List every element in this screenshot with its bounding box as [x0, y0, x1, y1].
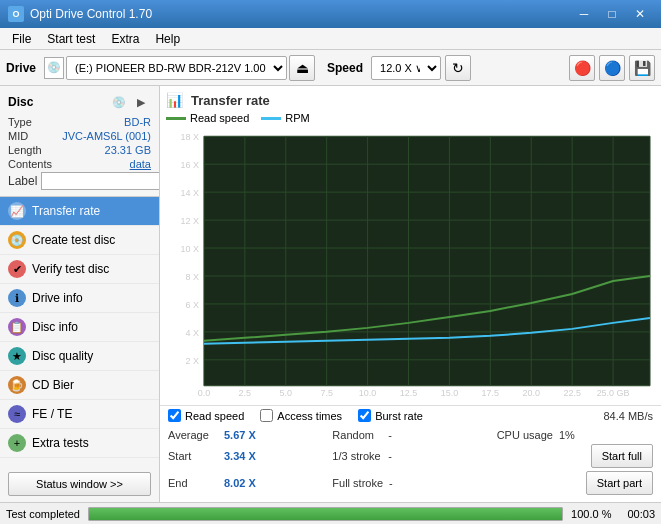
sidebar: Disc 💿 ▶ Type BD-R MID JVC-AMS6L (001) L… — [0, 86, 160, 502]
mid-label: MID — [8, 130, 28, 142]
speed-select[interactable]: 12.0 X ∨ — [371, 56, 441, 80]
disc-icon-1[interactable]: 💿 — [109, 92, 129, 112]
svg-text:8 X: 8 X — [185, 272, 198, 282]
nav-label-create-test-disc: Create test disc — [32, 233, 115, 247]
menu-start-test[interactable]: Start test — [39, 30, 103, 48]
toolbar-btn-1[interactable]: 🔴 — [569, 55, 595, 81]
time-text: 00:03 — [627, 508, 655, 520]
window-title: Opti Drive Control 1.70 — [30, 7, 152, 21]
extra-tests-icon: + — [8, 434, 26, 452]
nav-label-disc-quality: Disc quality — [32, 349, 93, 363]
nav-label-disc-info: Disc info — [32, 320, 78, 334]
svg-text:12.5: 12.5 — [400, 388, 417, 398]
status-text: Test completed — [6, 508, 80, 520]
start-value: 3.34 X — [224, 450, 256, 462]
svg-text:14 X: 14 X — [180, 188, 198, 198]
full-stroke-value: - — [389, 477, 393, 489]
app-icon: O — [8, 6, 24, 22]
nav-item-disc-quality[interactable]: ★ Disc quality — [0, 342, 159, 371]
fe-te-icon: ≈ — [8, 405, 26, 423]
nav-item-extra-tests[interactable]: + Extra tests — [0, 429, 159, 458]
burst-rate-checkbox[interactable]: Burst rate — [358, 409, 423, 422]
disc-icon-2[interactable]: ▶ — [131, 92, 151, 112]
average-value: 5.67 X — [224, 429, 256, 441]
start-part-cell: Start part — [497, 471, 653, 495]
svg-text:2 X: 2 X — [185, 356, 198, 366]
toolbar-btn-2[interactable]: 🔵 — [599, 55, 625, 81]
nav-item-fe-te[interactable]: ≈ FE / TE — [0, 400, 159, 429]
svg-text:2.5: 2.5 — [239, 388, 251, 398]
legend-read-speed-label: Read speed — [190, 112, 249, 124]
svg-text:22.5: 22.5 — [563, 388, 580, 398]
menu-file[interactable]: File — [4, 30, 39, 48]
end-label: End — [168, 477, 218, 489]
status-bar: Test completed 100.0 % 00:03 — [0, 502, 661, 524]
title-bar: O Opti Drive Control 1.70 ─ □ ✕ — [0, 0, 661, 28]
svg-text:4 X: 4 X — [185, 328, 198, 338]
menu-extra[interactable]: Extra — [103, 30, 147, 48]
length-label: Length — [8, 144, 42, 156]
close-button[interactable]: ✕ — [627, 4, 653, 24]
drive-label: Drive — [6, 61, 36, 75]
legend-rpm-color — [261, 117, 281, 120]
disc-panel: Disc 💿 ▶ Type BD-R MID JVC-AMS6L (001) L… — [0, 86, 159, 197]
random-cell: Random - — [332, 429, 488, 441]
disc-info-icon: 📋 — [8, 318, 26, 336]
label-input[interactable] — [41, 172, 160, 190]
random-label: Random — [332, 429, 382, 441]
read-speed-checkbox[interactable]: Read speed — [168, 409, 244, 422]
full-stroke-label: Full stroke — [332, 477, 383, 489]
nav-item-transfer-rate[interactable]: 📈 Transfer rate — [0, 197, 159, 226]
access-times-checkbox[interactable]: Access times — [260, 409, 342, 422]
toolbar-btn-3[interactable]: 💾 — [629, 55, 655, 81]
contents-value[interactable]: data — [130, 158, 151, 170]
menu-help[interactable]: Help — [147, 30, 188, 48]
checkbox-row: Read speed Access times Burst rate 84.4 … — [160, 405, 661, 425]
svg-text:10 X: 10 X — [180, 244, 198, 254]
refresh-button[interactable]: ↻ — [445, 55, 471, 81]
stats-row-1: Average 5.67 X Random - CPU usage 1% — [168, 429, 653, 441]
chart-svg-wrapper: 18 X 16 X 14 X 12 X 10 X 8 X 6 X 4 X 2 X… — [166, 126, 655, 405]
chart-title: Transfer rate — [191, 93, 270, 108]
stroke-1-3-label: 1/3 stroke — [332, 450, 382, 462]
svg-text:7.5: 7.5 — [320, 388, 332, 398]
disc-quality-icon: ★ — [8, 347, 26, 365]
legend-rpm: RPM — [261, 112, 309, 124]
nav-label-extra-tests: Extra tests — [32, 436, 89, 450]
start-full-button[interactable]: Start full — [591, 444, 653, 468]
start-part-button[interactable]: Start part — [586, 471, 653, 495]
verify-test-disc-icon: ✔ — [8, 260, 26, 278]
svg-rect-0 — [204, 136, 650, 385]
random-value: - — [388, 429, 392, 441]
content-area: 📊 Transfer rate Read speed RPM — [160, 86, 661, 502]
status-window-button[interactable]: Status window >> — [8, 472, 151, 496]
maximize-button[interactable]: □ — [599, 4, 625, 24]
legend-rpm-label: RPM — [285, 112, 309, 124]
nav-item-drive-info[interactable]: ℹ Drive info — [0, 284, 159, 313]
svg-text:15.0: 15.0 — [441, 388, 458, 398]
nav-label-drive-info: Drive info — [32, 291, 83, 305]
minimize-button[interactable]: ─ — [571, 4, 597, 24]
nav-item-verify-test-disc[interactable]: ✔ Verify test disc — [0, 255, 159, 284]
eject-button[interactable]: ⏏ — [289, 55, 315, 81]
drive-select[interactable]: (E:) PIONEER BD-RW BDR-212V 1.00 — [66, 56, 287, 80]
menu-bar: File Start test Extra Help — [0, 28, 661, 50]
full-stroke-cell: Full stroke - — [332, 477, 488, 489]
nav-list: 📈 Transfer rate 💿 Create test disc ✔ Ver… — [0, 197, 159, 466]
svg-text:10.0: 10.0 — [359, 388, 376, 398]
nav-item-disc-info[interactable]: 📋 Disc info — [0, 313, 159, 342]
svg-text:6 X: 6 X — [185, 300, 198, 310]
disc-title: Disc — [8, 95, 33, 109]
nav-item-cd-bier[interactable]: 🍺 CD Bier — [0, 371, 159, 400]
chart-legend: Read speed RPM — [166, 112, 655, 124]
end-cell: End 8.02 X — [168, 477, 324, 489]
nav-item-create-test-disc[interactable]: 💿 Create test disc — [0, 226, 159, 255]
cpu-value: 1% — [559, 429, 575, 441]
toolbar: Drive 💿 (E:) PIONEER BD-RW BDR-212V 1.00… — [0, 50, 661, 86]
cd-bier-icon: 🍺 — [8, 376, 26, 394]
chart-container: 📊 Transfer rate Read speed RPM — [160, 86, 661, 405]
contents-label: Contents — [8, 158, 52, 170]
svg-text:25.0 GB: 25.0 GB — [597, 388, 630, 398]
svg-text:18 X: 18 X — [180, 132, 198, 142]
stroke-1-3-value: - — [388, 450, 392, 462]
